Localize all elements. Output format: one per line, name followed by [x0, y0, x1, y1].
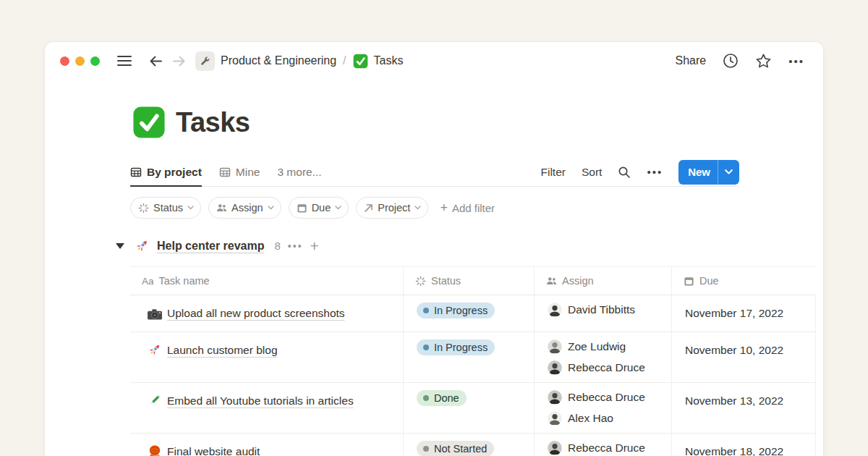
assignee-name: Zoe Ludwig — [568, 340, 626, 353]
column-header-due[interactable]: Due — [671, 267, 816, 295]
task-name-cell[interactable]: Final website audit — [130, 434, 403, 456]
due-cell[interactable]: November 17, 2022 — [671, 295, 816, 332]
table-row: Launch customer blog In Progress Zoe Lud… — [130, 332, 816, 383]
group-more-button[interactable]: ••• — [288, 240, 303, 252]
filter-chip-bar: Status Assign Due Project + Add f — [130, 197, 495, 219]
team-wrench-icon[interactable] — [195, 51, 215, 71]
table-row: Embed all Youtube tutorials in articles … — [130, 383, 816, 434]
status-badge[interactable]: Done — [417, 390, 467, 406]
chevron-down-icon — [414, 206, 421, 210]
sort-button[interactable]: Sort — [582, 166, 602, 179]
page-title: Tasks — [176, 107, 250, 138]
status-cell: Not Started — [403, 434, 534, 456]
group-add-button[interactable]: + — [310, 238, 319, 253]
avatar — [548, 411, 562, 426]
chevron-down-icon — [268, 206, 274, 210]
clock-icon[interactable] — [723, 53, 739, 69]
assignee-name: Rebecca Druce — [568, 391, 645, 404]
avatar — [548, 390, 562, 405]
assignee[interactable]: David Tibbitts — [548, 303, 663, 317]
assignee[interactable]: Alex Hao — [548, 411, 663, 426]
zoom-window-button[interactable] — [90, 56, 100, 66]
assignee[interactable]: Rebecca Druce — [548, 441, 663, 455]
due-cell[interactable]: November 10, 2022 — [671, 332, 816, 383]
status-badge[interactable]: In Progress — [417, 339, 495, 355]
breadcrumb-team[interactable]: Product & Engineering — [221, 54, 336, 67]
column-header-assign[interactable]: Assign — [534, 267, 671, 295]
filter-chip-assign[interactable]: Assign — [208, 197, 281, 219]
filter-chip-due[interactable]: Due — [289, 197, 349, 219]
close-window-button[interactable] — [60, 56, 69, 66]
sidebar-toggle-icon[interactable] — [117, 56, 132, 66]
status-cell: Done — [403, 383, 534, 434]
breadcrumb-page[interactable]: Tasks — [353, 54, 404, 69]
calendar-icon — [297, 203, 307, 214]
task-name-cell[interactable]: Upload all new product screenshots — [130, 295, 403, 332]
chevron-down-icon — [335, 206, 341, 210]
tab-more-views[interactable]: 3 more... — [277, 158, 321, 186]
chevron-down-icon[interactable] — [718, 169, 739, 174]
spinner-icon — [138, 203, 149, 214]
tab-by-project[interactable]: By project — [130, 158, 202, 186]
filter-chip-project[interactable]: Project — [356, 197, 428, 219]
status-cell: In Progress — [403, 295, 534, 332]
notion-window: Product & Engineering / Tasks Share ••• … — [45, 42, 823, 456]
calendar-icon — [684, 276, 694, 287]
breadcrumb-separator: / — [343, 54, 346, 67]
assign-cell: Zoe Ludwig Rebecca Druce — [534, 332, 671, 383]
yarn-emoji — [148, 444, 162, 456]
share-button[interactable]: Share — [676, 54, 707, 67]
tab-mine[interactable]: Mine — [219, 158, 260, 186]
assignee-name: Rebecca Druce — [568, 361, 645, 374]
collapse-toggle-icon[interactable] — [116, 243, 124, 249]
assign-cell: David Tibbitts — [534, 295, 671, 332]
filter-chip-status[interactable]: Status — [130, 197, 201, 219]
camera-emoji — [148, 308, 162, 320]
topbar-more-button[interactable]: ••• — [788, 55, 804, 67]
assignee-name: David Tibbitts — [568, 303, 635, 316]
check-emoji — [132, 106, 166, 139]
task-title: Launch customer blog — [167, 344, 278, 356]
status-badge[interactable]: Not Started — [417, 441, 494, 456]
view-options-button[interactable]: ••• — [647, 166, 663, 178]
due-cell[interactable]: November 13, 2022 — [671, 383, 816, 434]
table-row: Final website audit Not Started Rebecca … — [130, 434, 816, 456]
assignee[interactable]: Rebecca Druce — [548, 360, 663, 375]
status-cell: In Progress — [403, 332, 534, 383]
people-icon — [546, 276, 557, 287]
task-name-cell[interactable]: Launch customer blog — [130, 332, 403, 383]
rocket-emoji — [148, 342, 162, 357]
tasks-table: Aa Task name Status Assign Due — [130, 266, 816, 456]
due-cell[interactable]: November 18, 2022 → November 20, 2022 — [671, 434, 816, 456]
star-icon[interactable] — [755, 53, 772, 69]
group-title[interactable]: Help center revamp — [157, 240, 265, 253]
new-button[interactable]: New — [678, 160, 739, 185]
task-name-cell[interactable]: Embed all Youtube tutorials in articles — [130, 383, 403, 434]
assign-cell: Rebecca Druce Alex Hao — [534, 383, 671, 434]
add-filter-button[interactable]: + Add filter — [440, 201, 495, 214]
avatar — [548, 303, 562, 317]
green-pen-emoji — [148, 393, 162, 408]
task-title: Final website audit — [167, 445, 260, 456]
column-header-status[interactable]: Status — [403, 267, 534, 295]
search-icon[interactable] — [618, 166, 631, 179]
traffic-lights — [60, 56, 100, 66]
filter-button[interactable]: Filter — [541, 166, 566, 179]
status-badge[interactable]: In Progress — [417, 303, 495, 318]
avatar — [548, 360, 562, 375]
forward-arrow-icon[interactable] — [172, 55, 186, 67]
back-arrow-icon[interactable] — [149, 55, 163, 67]
task-title: Embed all Youtube tutorials in articles — [167, 394, 354, 407]
check-emoji — [353, 54, 368, 69]
avatar — [548, 339, 562, 354]
group-count: 8 — [275, 240, 281, 252]
page-title-row: Tasks — [132, 106, 250, 139]
assignee[interactable]: Zoe Ludwig — [548, 339, 663, 354]
assign-cell: Rebecca Druce — [534, 434, 671, 456]
column-header-task-name[interactable]: Aa Task name — [130, 267, 403, 295]
assignee[interactable]: Rebecca Druce — [548, 390, 663, 405]
minimize-window-button[interactable] — [75, 56, 85, 66]
chevron-down-icon — [187, 206, 194, 210]
rocket-emoji — [135, 238, 150, 253]
text-type-icon: Aa — [142, 276, 154, 287]
